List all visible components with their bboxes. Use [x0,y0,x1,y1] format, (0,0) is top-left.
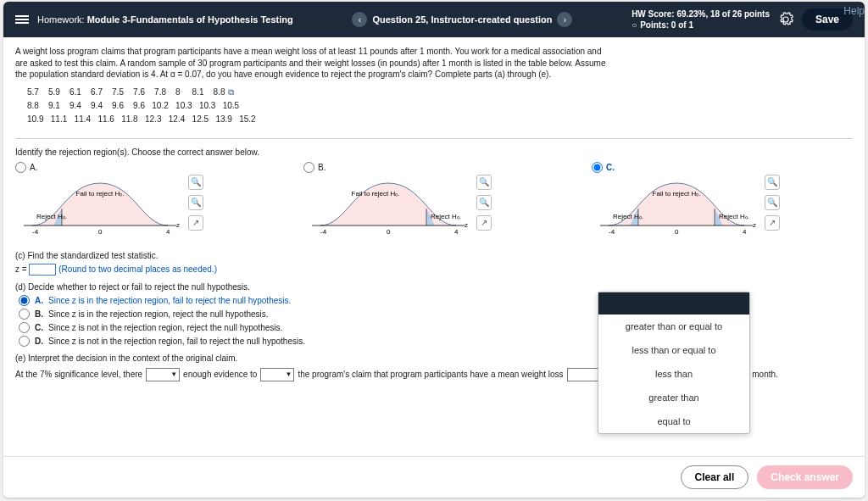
prev-question-button[interactable]: ‹ [352,12,367,27]
svg-text:Fail to reject H₀.: Fail to reject H₀. [352,190,400,198]
graph-a: Fail to reject H₀. Reject H₀. -4 0 4 z [15,175,185,242]
svg-text:4: 4 [166,228,170,236]
z-input[interactable] [29,264,56,276]
d-option-a-text: Since z is in the rejection region, fail… [48,296,291,305]
dropdown-item[interactable]: greater than or equal to [598,315,749,338]
fill-t2: enough evidence to [183,370,257,379]
d-option-b-text: Since z is in the rejection region, reje… [48,309,269,319]
zoom-out-icon[interactable]: 🔍 [188,195,203,210]
svg-text:4: 4 [454,228,459,236]
option-a-label: A. [30,163,37,172]
popout-icon[interactable]: ↗ [476,215,492,231]
zoom-in-icon[interactable]: 🔍 [765,175,780,190]
problem-text: A weight loss program claims that progra… [15,46,609,81]
d-option-b-radio[interactable] [19,309,30,320]
svg-text:-4: -4 [32,228,39,236]
help-link[interactable]: Help [843,5,865,17]
svg-text:0: 0 [98,228,103,236]
popout-icon[interactable]: ↗ [765,215,780,231]
zoom-in-icon[interactable]: 🔍 [188,175,203,190]
dropdown-item[interactable]: greater than [598,386,749,409]
graph-c: Fail to reject H₀. Reject H₀. Reject H₀.… [592,175,761,242]
divider [15,138,853,139]
svg-text:Reject H₀.: Reject H₀. [36,213,67,220]
svg-text:0: 0 [675,228,679,236]
dropdown-selected-blank[interactable] [598,292,749,315]
fill-t1: At the 7% significance level, there [15,370,142,379]
homework-title: Homework: Module 3-Fundamentals of Hypot… [37,14,293,25]
footer-bar: Clear all Check answer [3,456,865,498]
identify-prompt: Identify the rejection region(s). Choose… [15,148,853,157]
dropdown-1[interactable]: ▼ [146,368,180,381]
svg-text:Fail to reject H₀.: Fail to reject H₀. [76,190,125,198]
dropdown-2[interactable]: ▼ [260,368,294,381]
d-option-d-text: Since z is not in the rejection region, … [48,337,305,346]
svg-text:4: 4 [743,228,747,236]
next-question-button[interactable]: › [557,12,572,27]
data-table: 5.7 5.9 6.1 6.7 7.5 7.6 7.8 8 8.1 8.8⧉ 8… [27,86,853,126]
graph-b: Fail to reject H₀. Reject H₀. -4 0 4 z [303,175,473,242]
menu-icon[interactable] [15,15,29,24]
zoom-in-icon[interactable]: 🔍 [476,175,492,190]
dropdown-item[interactable]: equal to [598,409,749,433]
option-a-radio[interactable] [15,162,26,173]
option-c-radio[interactable] [592,162,603,173]
gear-icon[interactable] [778,12,793,27]
svg-text:0: 0 [387,228,391,236]
app-header: Homework: Module 3-Fundamentals of Hypot… [3,2,865,37]
part-d-prompt: (d) Decide whether to reject or fail to … [15,282,853,292]
round-note: (Round to two decimal places as needed.) [58,264,217,273]
svg-text:z: z [465,221,468,229]
fill-t3: the program's claim that program partici… [298,370,563,379]
d-option-d-radio[interactable] [19,336,30,347]
z-prefix: z = [15,264,27,273]
zoom-out-icon[interactable]: 🔍 [765,195,780,210]
svg-text:Fail to reject H₀.: Fail to reject H₀. [653,190,701,198]
popout-icon[interactable]: ↗ [188,215,203,231]
option-b-label: B. [318,163,326,172]
check-answer-button[interactable]: Check answer [757,465,853,489]
question-label: Question 25, Instructor-created question [372,14,552,25]
comparison-dropdown-menu: greater than or equal to less than or eq… [598,292,750,434]
dropdown-item[interactable]: less than or equal to [598,338,749,362]
part-c-prompt: (c) Find the standardized test statistic… [15,251,853,260]
d-option-c-text: Since z is not in the rejection region, … [48,323,282,332]
dropdown-item[interactable]: less than [598,362,749,386]
svg-text:z: z [176,221,180,229]
option-c-label: C. [606,163,615,172]
svg-text:z: z [753,221,756,229]
d-option-c-radio[interactable] [19,322,30,333]
d-option-a-radio[interactable] [19,295,30,306]
copy-icon[interactable]: ⧉ [228,86,234,99]
svg-text:Reject H₀.: Reject H₀. [719,213,749,220]
score-display: HW Score: 69.23%, 18 of 26 points Points… [632,8,770,31]
option-b-radio[interactable] [303,162,314,173]
clear-all-button[interactable]: Clear all [681,465,749,489]
svg-text:Reject H₀.: Reject H₀. [613,213,643,220]
svg-text:Reject H₀.: Reject H₀. [431,213,461,220]
svg-text:-4: -4 [320,228,327,236]
zoom-out-icon[interactable]: 🔍 [476,195,492,210]
svg-text:-4: -4 [609,228,615,236]
